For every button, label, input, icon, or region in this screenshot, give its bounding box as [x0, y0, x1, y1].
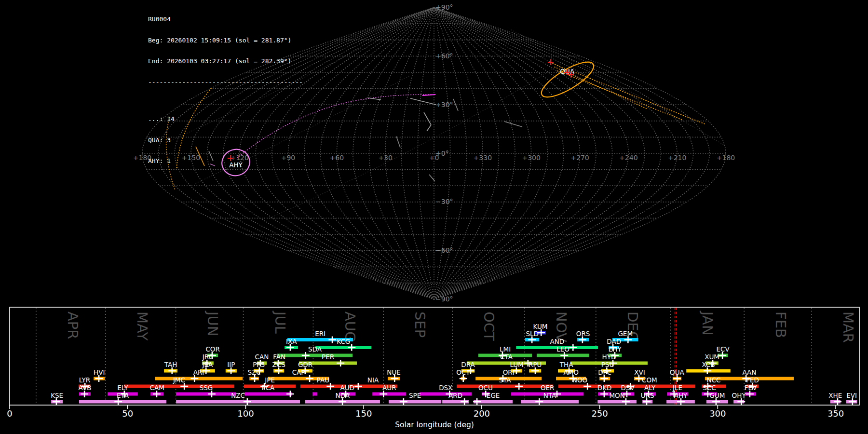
shower-label-EGE: EGE [487, 392, 500, 399]
shower-label-PCA: PCA [262, 384, 275, 392]
shower-label-NIA: NIA [367, 376, 379, 384]
shower-peak-cross-GUM [712, 398, 720, 405]
shower-peak-cross-PAU [326, 383, 334, 390]
shower-label-JRC: JRC [202, 353, 213, 361]
shower-peak-cross-XHE [834, 398, 841, 405]
shower-label-GEM: GEM [618, 330, 633, 338]
shower-peak-cross-EVI [849, 398, 856, 405]
shower-bar-SSG [176, 393, 236, 396]
shower-label-NDA: NDA [336, 392, 350, 399]
shower-label-LUM: LUM [510, 361, 523, 368]
shower-peak-cross-LEO [560, 352, 568, 359]
shower-label-JPE: JPE [264, 376, 275, 384]
month-label-MAY: MAY [134, 312, 150, 341]
shower-peak-cross-DKD [600, 391, 608, 397]
shower-peak-cross-DPC [600, 375, 608, 382]
orbit-trail [270, 62, 564, 218]
shower-label-FED: FED [746, 376, 759, 384]
orbit-trail [553, 64, 706, 124]
month-label-APR: APR [65, 312, 81, 339]
shower-peak-cross-NUE [391, 375, 398, 382]
map-lon-label: +60 [330, 154, 344, 162]
shower-peak-cross-IIP [227, 367, 235, 374]
x-tick-label: 150 [355, 408, 372, 419]
shower-peak-cross-ZCS [275, 367, 283, 374]
shower-peak-cross-KSE [53, 398, 60, 405]
shower-label-EHY: EHY [609, 345, 622, 353]
sporadic-trail [396, 136, 400, 148]
shower-label-ALY: ALY [644, 384, 656, 392]
shower-label-NUE: NUE [387, 368, 401, 376]
shower-peak-cross-ERI [328, 337, 336, 343]
shower-label-URS: URS [641, 392, 654, 399]
shower-label-XUM: XUM [705, 353, 719, 361]
x-tick-label: 200 [474, 408, 490, 419]
shower-label-ARD: ARD [448, 392, 462, 399]
shower-peak-cross-IXA [286, 344, 294, 351]
shower-label-XVI: XVI [634, 368, 645, 376]
shower-label-NZC: NZC [231, 392, 245, 399]
shower-label-JLE: JLE [672, 384, 682, 392]
shower-bar-ARI [155, 377, 243, 380]
shower-label-GUM: GUM [709, 392, 725, 399]
shower-label-RPU: RPU [529, 361, 542, 368]
map-lat-label: +90° [435, 3, 453, 11]
shower-label-ELY: ELY [117, 384, 128, 392]
shower-label-AUR: AUR [382, 384, 396, 392]
shower-peak-cross-CAP [306, 375, 313, 382]
radiant-ellipse-QUA [537, 56, 598, 103]
radiant-cross [548, 59, 554, 65]
shower-label-LMI: LMI [500, 345, 511, 353]
shower-bar-DSX [420, 393, 472, 396]
map-lon-label: +270 [570, 154, 589, 162]
shower-label-CAN: CAN [255, 353, 269, 361]
month-label-JAN: JAN [699, 311, 716, 336]
shower-label-THA: THA [559, 361, 573, 368]
shower-label-OHY: OHY [732, 392, 746, 399]
map-meridian [434, 8, 645, 299]
shower-peak-cross-MON [622, 398, 630, 405]
shower-peak-cross-ETA [114, 398, 122, 405]
shower-label-AUD: AUD [340, 384, 354, 392]
shower-label-PSU: PSU [601, 361, 614, 368]
shower-label-OER: OER [541, 384, 555, 392]
shower-label-PAU: PAU [317, 376, 329, 384]
shower-peak-cross-SPE [400, 398, 407, 405]
shower-peak-cross-KCG [348, 344, 355, 351]
map-lat-label: −90° [435, 295, 453, 303]
shower-bar [312, 393, 317, 396]
x-tick-label: 50 [122, 408, 133, 419]
map-lon-label: +210 [668, 154, 686, 162]
sporadic-trail [424, 112, 431, 125]
sporadic-trail [368, 98, 381, 100]
end-time: End: 20260103 03:27:17 (sol = 282.39°) [148, 58, 303, 65]
orbit-trail [557, 71, 682, 120]
shower-peak-cross-JMC [180, 383, 188, 390]
x-tick-label: 300 [709, 408, 726, 419]
shower-peak-cross-AUR [380, 391, 387, 397]
shower-peak-cross-ECV [719, 352, 726, 359]
shower-label-JEA: JEA [202, 361, 214, 368]
shower-peak-cross-AHY [677, 398, 685, 405]
shower-label-CAM: CAM [150, 384, 164, 392]
shower-label-FAN: FAN [273, 353, 285, 361]
shower-label-JMC: JMC [173, 376, 185, 384]
x-tick-label: 350 [827, 408, 844, 419]
shower-peak-cross-URS [643, 398, 651, 405]
run-id: RU0004 [148, 16, 303, 23]
shower-label-DSX: DSX [439, 384, 452, 392]
shower-bar-SPE [389, 400, 441, 404]
shower-label-IXA: IXA [286, 338, 297, 345]
shower-peak-cross-NDA [339, 398, 346, 405]
map-lon-label: +240 [619, 154, 637, 162]
shower-peak-cross-AND [569, 344, 577, 351]
shower-bar-MON [597, 400, 637, 404]
shower-label-OCT: OCT [456, 368, 470, 376]
shower-label-OCU: OCU [478, 384, 493, 392]
shower-label-SDA: SDA [308, 345, 322, 353]
shower-label-FEV: FEV [745, 384, 757, 392]
month-label-JUN: JUN [204, 311, 221, 336]
shower-label-SCC: SCC [703, 384, 716, 392]
shower-label-TAH: TAH [164, 361, 177, 368]
sky-map-plot: +180+150+120+90+60+30+0+330+300+270+240+… [0, 0, 868, 304]
